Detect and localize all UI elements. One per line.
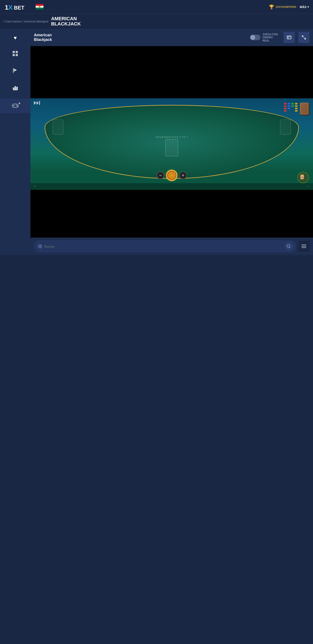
insurance-text: INSURANCE PAYS 2 TO 1 xyxy=(155,136,188,138)
game-title-block: American Blackjack xyxy=(34,33,247,42)
search-button[interactable] xyxy=(285,242,293,250)
leaderboard-icon xyxy=(12,84,18,92)
sidebar-add-game-button[interactable]: + xyxy=(0,99,30,113)
breadcrumb-sep2: / xyxy=(22,20,23,23)
right-card-slot xyxy=(279,118,292,136)
bottom-bar xyxy=(30,238,313,255)
search-icon xyxy=(287,244,291,248)
center-bet-area xyxy=(165,139,178,156)
svg-marker-26 xyxy=(34,101,36,105)
sidebar: ♥ xyxy=(0,29,30,255)
juega-text: JUEGA CON DINERO REAL xyxy=(263,33,280,42)
mas-button[interactable]: MÁS ▼ xyxy=(300,5,310,9)
toggle-container: JUEGA CON DINERO REAL xyxy=(250,33,280,42)
app-header: 1 X BET 🏆 1XCHAMPIONS MÁS ▼ xyxy=(0,0,313,14)
breadcrumb: / Card Games / American Blackjack AMERIC… xyxy=(0,14,313,29)
svg-rect-10 xyxy=(16,51,18,53)
sidebar-item-tournament[interactable] xyxy=(0,63,30,79)
champions-label: 1XCHAMPIONS xyxy=(276,5,296,8)
svg-text:♠: ♠ xyxy=(302,176,303,179)
svg-text:BET: BET xyxy=(14,5,24,11)
toggle-knob xyxy=(250,35,255,40)
card-games-link[interactable]: Card Games xyxy=(5,20,21,23)
gamepad-icon: + xyxy=(12,103,19,109)
deck-pattern xyxy=(300,103,309,114)
chips-area: − + xyxy=(156,170,187,181)
flag-icon xyxy=(12,68,18,75)
svg-text:X: X xyxy=(8,4,12,11)
status-right: — xyxy=(308,185,310,187)
chip-main-button[interactable] xyxy=(166,170,177,181)
chips-rack xyxy=(284,103,298,112)
search-input[interactable] xyxy=(44,244,283,248)
game-canvas-top xyxy=(30,46,313,98)
chip-plus-button[interactable]: + xyxy=(179,172,187,179)
menu-icon xyxy=(301,243,307,249)
heart-icon: ♥ xyxy=(14,35,17,41)
svg-rect-18 xyxy=(12,104,18,108)
chip-minus-button[interactable]: − xyxy=(156,172,164,179)
american-blackjack-link[interactable]: American Blackjack xyxy=(24,20,48,23)
window-mode-button[interactable] xyxy=(284,32,295,43)
logo[interactable]: 1 X BET xyxy=(3,2,47,12)
search-container xyxy=(34,240,296,252)
chip-stack-3 xyxy=(291,103,294,112)
table-felt: INSURANCE PAYS 2 TO 1 xyxy=(44,105,299,179)
svg-rect-15 xyxy=(14,86,16,90)
svg-text:1: 1 xyxy=(5,4,8,11)
header-right: 🏆 1XCHAMPIONS MÁS ▼ xyxy=(269,4,310,10)
deal-button[interactable]: ♠ xyxy=(297,172,309,183)
svg-point-8 xyxy=(38,6,41,8)
breadcrumb-sep: / xyxy=(3,20,4,23)
sidebar-item-games[interactable] xyxy=(0,46,30,62)
chip-stack-1 xyxy=(284,103,287,112)
bottom-extra-button[interactable] xyxy=(298,241,310,252)
page-title: AMERICAN BLACKJACK xyxy=(51,16,81,26)
svg-rect-17 xyxy=(13,90,17,90)
logo-svg: 1 X BET xyxy=(3,2,47,12)
sidebar-item-favorites[interactable]: ♥ xyxy=(0,30,30,45)
svg-rect-5 xyxy=(36,4,43,6)
svg-rect-25 xyxy=(288,38,289,38)
game-title: American Blackjack xyxy=(34,33,247,42)
svg-rect-28 xyxy=(39,101,40,105)
champions-button[interactable]: 🏆 1XCHAMPIONS xyxy=(269,4,296,10)
card-deck xyxy=(300,103,309,115)
window-icon xyxy=(287,35,292,40)
main-layout: ♥ xyxy=(0,29,313,255)
chip-stack-4 xyxy=(295,103,298,112)
svg-point-33 xyxy=(169,172,175,178)
svg-point-22 xyxy=(17,106,18,106)
deal-icon: ♠ xyxy=(300,174,307,181)
svg-rect-9 xyxy=(12,51,15,53)
svg-rect-23 xyxy=(287,36,291,39)
svg-rect-12 xyxy=(16,54,18,56)
grid-icon xyxy=(12,50,18,58)
svg-line-39 xyxy=(40,246,41,247)
clock-icon xyxy=(37,244,43,249)
game-area: American Blackjack JUEGA CON DINERO REAL xyxy=(30,29,313,255)
trophy-icon: 🏆 xyxy=(269,4,274,10)
fullscreen-button[interactable] xyxy=(298,32,310,43)
svg-line-41 xyxy=(290,247,291,248)
mas-label: MÁS xyxy=(300,5,307,9)
chip-stack-2 xyxy=(287,103,291,112)
sidebar-item-leaderboard[interactable] xyxy=(0,80,30,96)
svg-rect-44 xyxy=(302,247,306,248)
game-canvas-bottom xyxy=(30,190,313,238)
svg-point-21 xyxy=(16,105,17,106)
svg-marker-27 xyxy=(36,101,39,105)
status-left: ⓘ xyxy=(34,185,36,188)
game-status-bar: ⓘ — xyxy=(30,183,313,189)
real-money-toggle[interactable] xyxy=(250,34,260,40)
chevron-down-icon: ▼ xyxy=(307,6,310,8)
blackjack-table: INSURANCE PAYS 2 TO 1 − xyxy=(30,98,313,190)
svg-rect-43 xyxy=(302,246,306,247)
left-card-slot xyxy=(52,118,64,136)
fast-forward-button[interactable] xyxy=(34,101,40,106)
game-header-bar: American Blackjack JUEGA CON DINERO REAL xyxy=(30,29,313,46)
svg-rect-42 xyxy=(302,244,306,245)
svg-rect-7 xyxy=(36,8,43,10)
svg-rect-16 xyxy=(16,87,18,90)
resize-icon xyxy=(301,35,307,40)
